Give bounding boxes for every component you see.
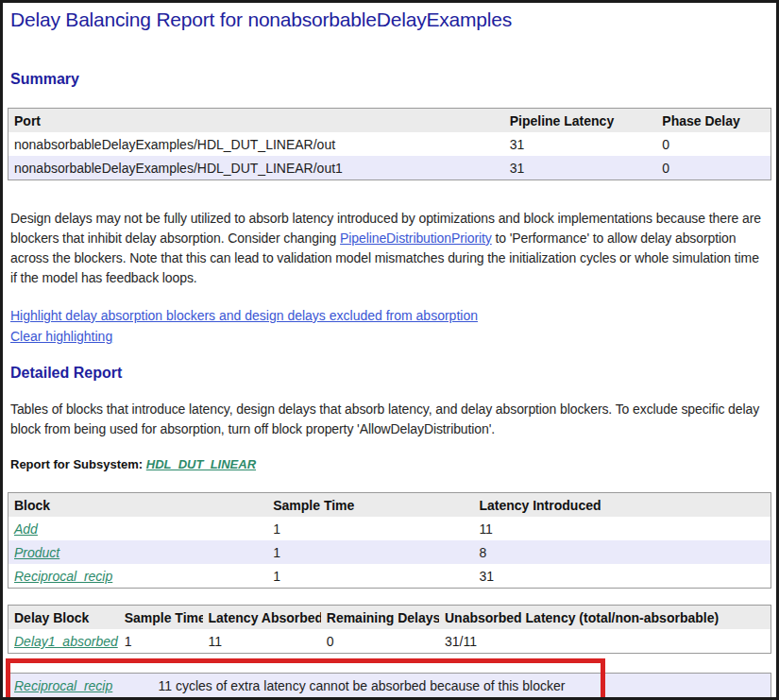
delay1-absorbed-link[interactable]: Delay1_absorbed xyxy=(14,634,118,649)
table-row: Product 1 8 xyxy=(8,540,771,564)
latency-cell: 31 xyxy=(473,564,771,589)
subsystem-line: Report for Subsystem: HDL_DUT_LINEAR xyxy=(10,457,769,472)
highlight-blockers-link[interactable]: Highlight delay absorption blockers and … xyxy=(10,305,478,326)
delay-block-cell: Delay1_absorbed xyxy=(8,629,119,654)
summary-heading: Summary xyxy=(10,70,771,88)
port-cell: nonabsorbableDelayExamples/HDL_DUT_LINEA… xyxy=(8,156,504,180)
port-cell: nonabsorbableDelayExamples/HDL_DUT_LINEA… xyxy=(8,132,504,156)
product-block-link[interactable]: Product xyxy=(14,545,59,560)
blocker-message-cell: 11 cycles of extra latency cannot be abs… xyxy=(153,674,771,698)
sample-time-cell: 1 xyxy=(267,564,473,589)
table-row: nonabsorbableDelayExamples/HDL_DUT_LINEA… xyxy=(8,156,771,180)
blocker-table: Reciprocal_recip 11 cycles of extra late… xyxy=(8,673,771,698)
delay-block-col: Delay Block xyxy=(8,606,119,630)
remaining-delays-col: Remaining Delays xyxy=(321,606,439,630)
table-row: Delay1_absorbed 1 11 0 31/11 xyxy=(8,629,771,654)
report-page: Delay Balancing Report for nonabsorbable… xyxy=(0,0,779,700)
blocker-section: Reciprocal_recip 11 cycles of extra late… xyxy=(8,673,771,698)
phase-delay-cell: 0 xyxy=(656,132,771,156)
reciprocal-recip-block-link[interactable]: Reciprocal_recip xyxy=(14,569,112,584)
latency-absorbed-cell: 11 xyxy=(203,629,321,654)
table-row: Reciprocal_recip 1 31 xyxy=(8,564,771,589)
delay-block-table: Delay Block Sample Time Latency Absorbed… xyxy=(8,605,771,654)
pipeline-latency-cell: 31 xyxy=(504,132,657,156)
clear-highlighting-link[interactable]: Clear highlighting xyxy=(10,326,112,347)
block-cell: Product xyxy=(8,540,268,564)
blocker-block-cell: Reciprocal_recip xyxy=(8,674,153,698)
block-cell: Reciprocal_recip xyxy=(8,564,268,589)
latency-absorbed-col: Latency Absorbed xyxy=(203,606,321,630)
detailed-report-description: Tables of blocks that introduce latency,… xyxy=(10,400,769,439)
page-title: Delay Balancing Report for nonabsorbable… xyxy=(10,8,769,32)
delay-table-header-row: Delay Block Sample Time Latency Absorbed… xyxy=(8,606,771,630)
latency-introduced-col: Latency Introduced xyxy=(473,493,771,518)
subsystem-label: Report for Subsystem: xyxy=(10,457,143,471)
summary-col-phase-delay: Phase Delay xyxy=(656,109,771,133)
reciprocal-recip-blocker-link[interactable]: Reciprocal_recip xyxy=(14,678,112,693)
subsystem-link[interactable]: HDL_DUT_LINEAR xyxy=(146,457,256,471)
block-table-header-row: Block Sample Time Latency Introduced xyxy=(8,493,771,518)
phase-delay-cell: 0 xyxy=(656,156,771,180)
sample-time-col: Sample Time xyxy=(267,493,473,518)
pipeline-distribution-priority-link[interactable]: PipelineDistributionPriority xyxy=(340,230,492,246)
summary-table: Port Pipeline Latency Phase Delay nonabs… xyxy=(8,108,771,180)
table-row: Add 1 11 xyxy=(8,517,771,540)
table-row: nonabsorbableDelayExamples/HDL_DUT_LINEA… xyxy=(8,132,771,156)
unabsorbed-latency-col: Unabsorbed Latency (total/non-absorbable… xyxy=(439,606,771,630)
latency-cell: 11 xyxy=(473,517,771,540)
latency-cell: 8 xyxy=(473,540,771,564)
absorption-notice: Design delays may not be fully utilized … xyxy=(10,209,769,288)
remaining-delays-cell: 0 xyxy=(321,629,439,654)
sample-time-cell: 1 xyxy=(267,517,473,540)
summary-col-port: Port xyxy=(8,109,504,133)
sample-time-cell: 1 xyxy=(119,629,203,654)
sample-time-col: Sample Time xyxy=(119,606,203,630)
summary-header-row: Port Pipeline Latency Phase Delay xyxy=(8,109,771,133)
highlight-actions: Highlight delay absorption blockers and … xyxy=(10,305,769,347)
add-block-link[interactable]: Add xyxy=(14,521,38,537)
blocker-row: Reciprocal_recip 11 cycles of extra late… xyxy=(8,674,771,698)
unabsorbed-latency-cell: 31/11 xyxy=(439,629,771,654)
sample-time-cell: 1 xyxy=(267,540,473,564)
block-col: Block xyxy=(8,493,268,518)
block-table: Block Sample Time Latency Introduced Add… xyxy=(8,492,771,589)
detailed-report-heading: Detailed Report xyxy=(10,364,771,382)
block-cell: Add xyxy=(8,517,268,540)
pipeline-latency-cell: 31 xyxy=(504,156,657,180)
summary-col-pipeline-latency: Pipeline Latency xyxy=(504,109,657,133)
